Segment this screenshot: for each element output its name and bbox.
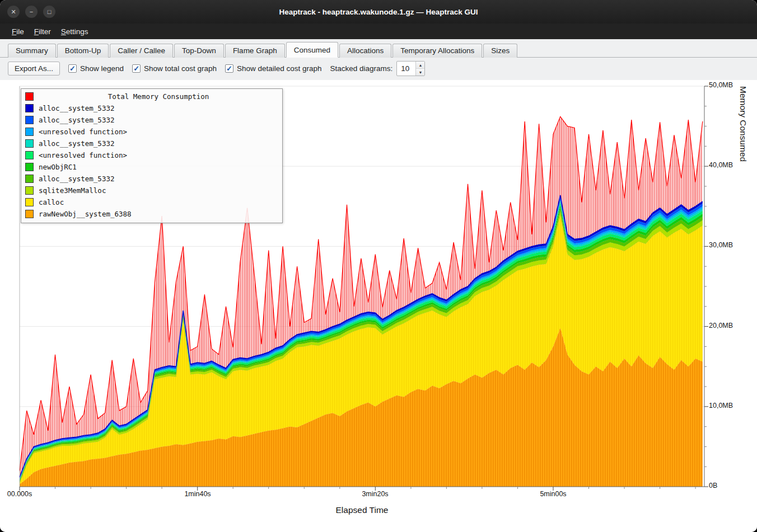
- chart-legend: Total Memory Consumption alloc__system_5…: [21, 88, 283, 223]
- legend-item: calloc: [25, 196, 278, 208]
- legend-swatch: [25, 186, 34, 195]
- legend-swatch: [25, 198, 34, 206]
- tab-temporary-allocations[interactable]: Temporary Allocations: [392, 44, 482, 58]
- legend-swatch: [25, 139, 34, 148]
- y-axis-tick-label: 40,0MB: [709, 161, 733, 169]
- legend-label: calloc: [39, 198, 64, 206]
- legend-item: newObjRC1: [25, 161, 278, 173]
- chart-area: Total Memory Consumption alloc__system_5…: [0, 80, 757, 532]
- legend-title-row: Total Memory Consumption: [25, 91, 278, 102]
- show-detailed-cost-checkbox[interactable]: ✓ Show detailed cost graph: [225, 64, 322, 73]
- legend-item: sqlite3MemMalloc: [25, 185, 278, 196]
- legend-item: <unresolved function>: [25, 149, 278, 161]
- minimize-button[interactable]: −: [25, 6, 38, 18]
- chevron-up-icon: ▲: [418, 63, 422, 67]
- application-window: ✕ − □ Heaptrack - heaptrack.wakunode.1.g…: [0, 0, 757, 532]
- maximize-icon: □: [48, 8, 52, 15]
- menu-filter[interactable]: Filter: [29, 25, 56, 38]
- x-axis-tick-label: 1min40s: [164, 490, 231, 498]
- y-axis-tick-label: 0B: [709, 482, 717, 489]
- tab-bar: SummaryBottom-UpCaller / CalleeTop-DownF…: [0, 39, 757, 58]
- show-legend-checkbox[interactable]: ✓ Show legend: [68, 64, 124, 73]
- legend-label: rawNewObj__system_6388: [39, 210, 132, 218]
- legend-label: sqlite3MemMalloc: [39, 186, 106, 195]
- checkbox-check-icon: ✓: [68, 64, 77, 73]
- legend-swatch: [25, 163, 34, 171]
- legend-label: alloc__system_5332: [39, 139, 114, 148]
- maximize-button[interactable]: □: [43, 6, 55, 18]
- x-axis-tick-label: 5min00s: [520, 490, 587, 498]
- legend-item: alloc__system_5332: [25, 114, 278, 126]
- legend-item: <unresolved function>: [25, 126, 278, 138]
- tab-consumed[interactable]: Consumed: [286, 42, 338, 58]
- tab-caller-callee[interactable]: Caller / Callee: [110, 44, 173, 58]
- titlebar: ✕ − □ Heaptrack - heaptrack.wakunode.1.g…: [0, 0, 757, 23]
- stacked-diagrams-label: Stacked diagrams:: [330, 64, 393, 73]
- legend-item: alloc__system_5332: [25, 102, 278, 114]
- x-axis-title: Elapsed Time: [20, 505, 704, 515]
- x-axis-tick-label: 00.000s: [0, 490, 53, 498]
- window-title: Heaptrack - heaptrack.wakunode.1.gz — He…: [0, 8, 757, 16]
- stacked-diagrams-spinbox: 10 ▲ ▼: [396, 61, 425, 76]
- chevron-down-icon: ▼: [418, 70, 422, 74]
- y-axis-tick-label: 20,0MB: [709, 322, 733, 329]
- toolbar: Export As... ✓ Show legend ✓ Show total …: [0, 58, 757, 80]
- legend-swatch: [25, 210, 34, 218]
- legend-swatch: [25, 175, 34, 183]
- legend-swatch: [25, 116, 34, 124]
- y-axis-title: Memory Consumed: [738, 86, 748, 487]
- export-as-button[interactable]: Export As...: [8, 62, 60, 76]
- legend-label: alloc__system_5332: [39, 116, 114, 124]
- legend-label: alloc__system_5332: [39, 104, 114, 112]
- tab-flame-graph[interactable]: Flame Graph: [225, 44, 285, 58]
- legend-label: <unresolved function>: [39, 128, 127, 136]
- legend-title: Total Memory Consumption: [39, 92, 278, 101]
- menu-file[interactable]: File: [7, 25, 29, 38]
- tab-bottom-up[interactable]: Bottom-Up: [57, 44, 109, 58]
- y-axis-tick-label: 30,0MB: [709, 241, 733, 249]
- legend-swatch: [25, 128, 34, 136]
- show-detailed-cost-label: Show detailed cost graph: [237, 64, 322, 73]
- window-controls: ✕ − □: [7, 6, 55, 18]
- legend-label: newObjRC1: [39, 163, 77, 171]
- menu-settings[interactable]: Settings: [56, 25, 94, 38]
- y-axis-tick-label: 50,0MB: [709, 81, 733, 89]
- tab-allocations[interactable]: Allocations: [339, 44, 391, 58]
- show-total-cost-label: Show total cost graph: [144, 64, 217, 73]
- y-axis-tick-label: 10,0MB: [709, 402, 733, 409]
- x-axis-tick-label: 3min20s: [342, 490, 409, 498]
- legend-item: alloc__system_5332: [25, 138, 278, 149]
- close-button[interactable]: ✕: [7, 6, 20, 18]
- legend-label: <unresolved function>: [39, 151, 127, 159]
- legend-title-swatch: [25, 92, 34, 101]
- legend-item: alloc__system_5332: [25, 173, 278, 185]
- show-total-cost-checkbox[interactable]: ✓ Show total cost graph: [132, 64, 217, 73]
- legend-swatch: [25, 151, 34, 159]
- legend-label: alloc__system_5332: [39, 175, 114, 183]
- menu-bar: File Filter Settings: [0, 23, 757, 39]
- minimize-icon: −: [30, 8, 33, 15]
- spin-up-button[interactable]: ▲: [416, 62, 424, 68]
- legend-item: rawNewObj__system_6388: [25, 208, 278, 220]
- checkbox-check-icon: ✓: [225, 64, 233, 73]
- spin-down-button[interactable]: ▼: [416, 68, 424, 76]
- tab-sizes[interactable]: Sizes: [483, 44, 517, 58]
- tab-top-down[interactable]: Top-Down: [174, 44, 224, 58]
- close-icon: ✕: [11, 8, 16, 16]
- show-legend-label: Show legend: [80, 64, 124, 73]
- checkbox-check-icon: ✓: [132, 64, 141, 73]
- tab-summary[interactable]: Summary: [8, 44, 56, 58]
- legend-swatch: [25, 104, 34, 112]
- stacked-diagrams-value[interactable]: 10: [397, 62, 415, 76]
